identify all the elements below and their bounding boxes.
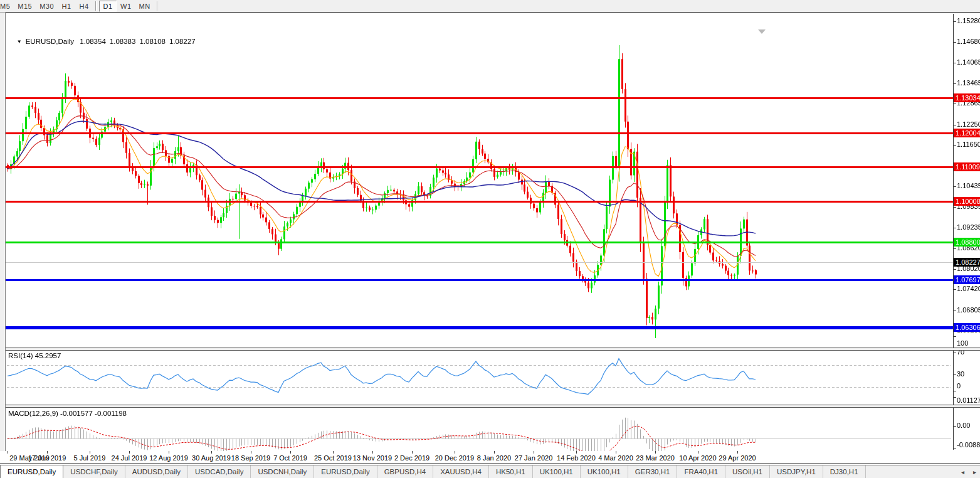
current-price-label: 1.08227: [954, 258, 980, 267]
price-axis-separator: [953, 14, 954, 450]
level-price-label: 1.10008: [954, 197, 980, 206]
chart-tab-USDCNH-Daily[interactable]: USDCNH,Daily: [251, 465, 314, 478]
chart-tab-EURUSD-Daily[interactable]: EURUSD,Daily: [0, 465, 63, 478]
chart-tab-DJ30-H1[interactable]: DJ30,H1: [823, 465, 866, 478]
chart-tab-USDJPY-H1[interactable]: USDJPY,H1: [770, 465, 823, 478]
window-left-border: [0, 13, 6, 451]
horizontal-level-line[interactable]: [6, 166, 953, 168]
date-axis-tick: [655, 451, 656, 454]
date-axis-tick: [290, 451, 291, 454]
date-axis-tick: [576, 451, 577, 454]
price-tick-label: 1.14065: [957, 58, 980, 66]
chart-tab-USOil-H1[interactable]: USOil,H1: [725, 465, 770, 478]
timeframe-button-M30[interactable]: M30: [36, 1, 58, 12]
level-price-label: 1.13034: [954, 93, 980, 102]
chevron-down-icon[interactable]: ▼: [17, 39, 22, 45]
date-axis-tick: [455, 451, 455, 454]
level-price-label: 1.06306: [954, 323, 980, 332]
chart-tab-HK50-H1[interactable]: HK50,H1: [489, 465, 533, 478]
date-axis-tick: [169, 451, 169, 454]
tab-scroll-left-icon[interactable]: ◂: [961, 465, 964, 478]
toolbar-separator: [157, 1, 158, 11]
ohlc-low: 1.08108: [139, 38, 166, 45]
price-tick-label: 1.09235: [957, 223, 980, 231]
price-tick-label: 1.11650: [957, 141, 980, 148]
date-axis-tick: [698, 451, 698, 454]
pane-border: [0, 463, 980, 464]
price-tick-label: 1.14680: [957, 38, 980, 45]
horizontal-level-line[interactable]: [6, 326, 953, 329]
chart-tab-GBPUSD-H4[interactable]: GBPUSD,H4: [377, 465, 433, 478]
chart-shift-marker-icon[interactable]: [758, 29, 766, 34]
date-axis-tick: [333, 451, 334, 454]
price-tick-label: 1.06805: [957, 306, 980, 314]
macd-scale-label: 0.00: [957, 422, 970, 429]
price-tick-label: 1.13465: [957, 79, 980, 87]
horizontal-level-line[interactable]: [6, 242, 953, 243]
rsi-scale-label: 100: [957, 339, 968, 347]
level-price-label: 1.11009: [954, 162, 980, 171]
timeframe-button-M15[interactable]: M15: [14, 1, 36, 12]
chart-title: ▼EURUSD,Daily 1.083541.083831.081081.082…: [9, 30, 199, 53]
date-axis-tick: [251, 451, 251, 454]
timeframe-button-D1[interactable]: D1: [99, 1, 117, 12]
rsi-indicator-title: RSI(14) 45.2957: [8, 352, 61, 359]
rsi-scale-label: 0: [957, 382, 961, 390]
date-axis-tick: [8, 451, 8, 454]
timeframe-button-H4[interactable]: H4: [75, 1, 93, 12]
macd-scale-label: 0.011277: [957, 396, 980, 404]
chart-window: ▼EURUSD,Daily 1.083541.083831.081081.082…: [0, 13, 980, 451]
date-axis-tick: [737, 451, 738, 454]
pane-splitter[interactable]: [0, 405, 980, 408]
date-axis-tick: [211, 451, 212, 454]
toolbar-separator: [95, 1, 97, 11]
ohlc-high: 1.08383: [110, 38, 136, 45]
chart-tab-XAUUSD-H4[interactable]: XAUUSD,H4: [433, 465, 489, 478]
ohlc-open: 1.08354: [80, 38, 106, 45]
tab-scroll-right-icon[interactable]: ▸: [973, 465, 976, 478]
pane-splitter[interactable]: [0, 348, 980, 351]
horizontal-level-line[interactable]: [6, 201, 953, 203]
chart-tab-UK100-H1[interactable]: UK100,H1: [533, 465, 581, 478]
chart-tab-USDCAD-Daily[interactable]: USDCAD,Daily: [188, 465, 251, 478]
ohlc-close: 1.08227: [169, 38, 196, 45]
chart-tab-bar: EURUSD,DailyUSDCHF,DailyAUDUSD,DailyUSDC…: [0, 465, 980, 478]
date-axis-tick: [494, 451, 495, 454]
horizontal-level-line[interactable]: [6, 132, 953, 134]
rsi-scale-label: 30: [957, 370, 964, 378]
current-price-line: [6, 262, 953, 263]
timeframe-button-H1[interactable]: H1: [58, 1, 75, 12]
chart-tab-AUDUSD-Daily[interactable]: AUDUSD,Daily: [125, 465, 188, 478]
chart-tab-UK100-H1[interactable]: UK100,H1: [581, 465, 628, 478]
chart-canvas[interactable]: [6, 27, 953, 463]
timeframe-button-M5[interactable]: M5: [0, 1, 14, 12]
level-price-label: 1.08800: [954, 238, 980, 247]
date-axis-tick: [129, 451, 130, 454]
chart-tab-USDCHF-Daily[interactable]: USDCHF,Daily: [63, 465, 125, 478]
price-tick-label: 1.12250: [957, 120, 980, 128]
chart-tab-GER30-H1[interactable]: GER30,H1: [628, 465, 678, 478]
horizontal-level-line[interactable]: [6, 279, 953, 281]
date-axis-tick: [90, 451, 90, 454]
horizontal-level-line[interactable]: [6, 97, 953, 99]
date-axis-tick: [534, 451, 534, 454]
chart-tab-EURUSD-Daily[interactable]: EURUSD,Daily: [314, 465, 377, 478]
chart-symbol-label: EURUSD,Daily: [26, 38, 74, 45]
timeframe-toolbar: M5M15M30H1H4D1W1MN: [0, 0, 980, 13]
price-tick-label: 1.07420: [957, 285, 980, 292]
level-price-label: 1.07697: [954, 275, 980, 284]
timeframe-button-W1[interactable]: W1: [117, 1, 135, 12]
price-tick-label: 1.15280: [957, 17, 980, 24]
timeframe-button-MN[interactable]: MN: [135, 1, 154, 12]
date-axis-tick: [412, 451, 413, 454]
level-price-label: 1.12004: [954, 129, 980, 137]
date-axis-label: 29 Apr 2020: [709, 454, 766, 462]
macd-indicator-title: MACD(12,26,9) -0.001577 -0.001198: [8, 410, 127, 417]
macd-scale-label: -0.008845: [957, 441, 980, 449]
chart-tab-FRA40-H1[interactable]: FRA40,H1: [677, 465, 725, 478]
price-tick-label: 1.10435: [957, 182, 980, 189]
date-axis-tick: [47, 451, 48, 454]
date-axis-tick: [372, 451, 373, 454]
date-axis-tick: [616, 451, 616, 454]
